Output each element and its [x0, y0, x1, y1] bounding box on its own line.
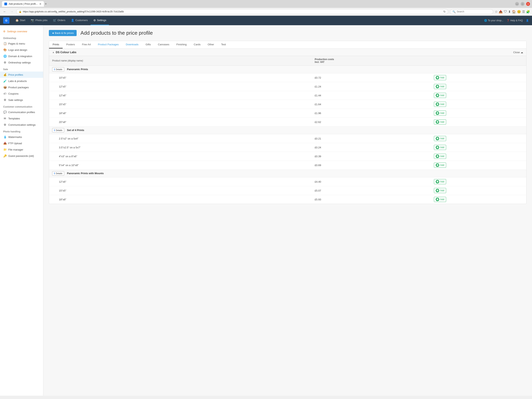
- add-product-button[interactable]: ✚ Add: [434, 102, 446, 107]
- info-icon: ℹ: [54, 129, 55, 132]
- tab-finishing[interactable]: Finishing: [173, 41, 190, 48]
- sidebar-item-watermarks[interactable]: 💧 Watermarks: [0, 134, 43, 140]
- browser-back-button[interactable]: ←: [2, 9, 7, 14]
- browser-menu-icon[interactable]: ☰: [522, 10, 525, 13]
- communication-profiles-icon: 💬: [3, 110, 7, 114]
- sidebar-item-domain-integration[interactable]: 🌐 Domain & integration: [0, 53, 43, 59]
- app-nav-right: 🌐 To your shop... ❓ Help & FAQ 👤: [484, 19, 529, 22]
- sidebar-item-templates[interactable]: ✉ Templates: [0, 115, 43, 122]
- back-fix-prices-button[interactable]: ◄ Back & fix prices: [49, 30, 77, 36]
- lab-header: ▲ DS Colour Labs Close ☁: [49, 49, 526, 56]
- tab-other[interactable]: Other: [204, 41, 218, 48]
- header-cost-sublabel: Incl. VAT: [315, 61, 428, 64]
- sidebar-item-coupons[interactable]: 🏷 Coupons: [0, 90, 43, 97]
- browser-lock-icon: 🔒: [19, 10, 22, 13]
- nav-to-your-shop[interactable]: 🌐 To your shop...: [484, 19, 503, 22]
- tab-canvases[interactable]: Canvases: [154, 41, 173, 48]
- add-product-button[interactable]: ✚ Add: [434, 93, 446, 98]
- browser-tab-close-icon[interactable]: ✕: [39, 2, 42, 6]
- add-product-button[interactable]: ✚ Add: [434, 162, 446, 168]
- sidebar-item-communication-settings[interactable]: ⚙ Communication settings: [0, 122, 43, 128]
- product-action-cell: ✚ Add: [431, 91, 526, 100]
- sidebar-item-price-profiles[interactable]: 💰 Price profiles: [0, 71, 43, 78]
- browser-home-icon[interactable]: 🏠: [512, 10, 516, 13]
- sidebar-item-labs-products[interactable]: 🧪 Labs & products: [0, 78, 43, 84]
- add-product-button[interactable]: ✚ Add: [434, 136, 446, 141]
- nav-help-label: Help & FAQ: [510, 19, 523, 22]
- add-label: Add: [440, 146, 444, 149]
- add-product-button[interactable]: ✚ Add: [434, 119, 446, 124]
- nav-shop-label: To your shop...: [488, 19, 503, 22]
- browser-bookmark-icon[interactable]: ☆: [495, 10, 498, 13]
- details-button[interactable]: ℹ Details: [52, 171, 64, 176]
- product-row: 12"x6" £4.40 ✚ Add: [49, 177, 526, 186]
- browser-tab[interactable]: Add products | Price profil... ✕: [2, 1, 44, 7]
- nav-help-faq[interactable]: ❓ Help & FAQ: [507, 19, 523, 22]
- browser-download-icon[interactable]: ⬇: [508, 10, 511, 13]
- browser-search-input[interactable]: [457, 10, 491, 13]
- add-product-button[interactable]: ✚ Add: [434, 179, 446, 184]
- browser-url-input[interactable]: [23, 10, 442, 13]
- product-name-cell: 10"x5": [49, 73, 312, 82]
- add-icon: ✚: [436, 189, 439, 192]
- nav-user-icon[interactable]: 👤: [526, 19, 529, 22]
- tab-fine-art[interactable]: Fine Art: [78, 41, 94, 48]
- add-product-button[interactable]: ✚ Add: [434, 154, 446, 159]
- product-action-cell: ✚ Add: [431, 82, 526, 91]
- nav-help-icon: ❓: [507, 19, 510, 22]
- sidebar-item-guest-passwords-label: Guest passwords (old): [8, 154, 34, 157]
- sidebar-item-onlineshop-settings[interactable]: ⚙ Onlineshop settings: [0, 59, 43, 66]
- sidebar-overview[interactable]: ⚙ Settings overview: [0, 28, 43, 34]
- nav-item-orders[interactable]: 🛒 Orders: [50, 16, 68, 25]
- add-product-button[interactable]: ✚ Add: [434, 188, 446, 193]
- add-icon: ✚: [436, 94, 439, 97]
- add-product-button[interactable]: ✚ Add: [434, 145, 446, 150]
- sidebar-item-logo-design[interactable]: 🎨 Logo and design: [0, 47, 43, 53]
- browser-maximize-button[interactable]: □: [521, 2, 525, 6]
- nav-item-settings[interactable]: ⚙ Settings: [91, 16, 109, 25]
- sidebar-item-ftp-upload[interactable]: 📤 FTP Upload: [0, 140, 43, 146]
- tab-product-packages[interactable]: Product Packages: [94, 41, 122, 48]
- nav-item-start[interactable]: 🏠 Start: [13, 16, 28, 25]
- browser-reload-button[interactable]: ↻: [443, 10, 446, 13]
- sidebar-item-pages-menu[interactable]: 📋 Pages & menu: [0, 40, 43, 47]
- tab-test[interactable]: Test: [218, 41, 229, 48]
- browser-shield-icon[interactable]: 🛡: [504, 10, 507, 13]
- product-action-cell: ✚ Add: [431, 109, 526, 118]
- tab-gifts[interactable]: Gifts: [142, 41, 154, 48]
- details-button[interactable]: ℹ Details: [52, 128, 64, 132]
- nav-item-customers[interactable]: 👤 Customers: [68, 16, 91, 25]
- add-product-button[interactable]: ✚ Add: [434, 75, 446, 80]
- header-name-label: Product name: [52, 59, 67, 62]
- collapse-icon[interactable]: ▲: [52, 51, 55, 54]
- sidebar-item-file-manager[interactable]: 📁 File manager: [0, 146, 43, 153]
- tab-prints[interactable]: Prints: [49, 41, 63, 48]
- tab-posters[interactable]: Posters: [63, 41, 78, 48]
- browser-new-tab-button[interactable]: +: [45, 2, 47, 6]
- nav-item-photo-jobs[interactable]: 📷 Photo jobs: [28, 16, 50, 25]
- add-product-button[interactable]: ✚ Add: [434, 84, 446, 89]
- browser-forward-button[interactable]: →: [9, 9, 15, 14]
- sidebar-item-product-packages[interactable]: 📦 Product packages: [0, 84, 43, 90]
- browser-extension-icon[interactable]: 🧩: [526, 10, 530, 13]
- tab-downloads[interactable]: Downloads: [122, 41, 142, 48]
- sidebar-item-sale-settings[interactable]: ⚙ Sale settings: [0, 97, 43, 103]
- sidebar-item-communication-profiles[interactable]: 💬 Communication profiles: [0, 109, 43, 115]
- browser-minimize-button[interactable]: —: [515, 2, 519, 6]
- browser-close-button[interactable]: ✕: [526, 2, 530, 6]
- nav-label-customers: Customers: [76, 19, 88, 22]
- sidebar-item-guest-passwords[interactable]: 🔑 Guest passwords (old): [0, 153, 43, 159]
- tab-cards[interactable]: Cards: [190, 41, 204, 48]
- product-cost-cell: £0.72: [312, 73, 431, 82]
- browser-pocket-icon[interactable]: 📥: [499, 10, 503, 13]
- add-product-button[interactable]: ✚ Add: [434, 197, 446, 202]
- details-button[interactable]: ℹ Details: [52, 67, 64, 71]
- add-label: Add: [440, 103, 444, 106]
- close-lab-button[interactable]: Close ☁: [513, 51, 523, 54]
- sidebar-overview-label: Settings overview: [7, 30, 27, 33]
- add-product-button[interactable]: ✚ Add: [434, 110, 446, 116]
- ftp-upload-icon: 📤: [3, 142, 7, 145]
- sidebar-item-onlineshop-settings-label: Onlineshop settings: [8, 61, 31, 64]
- product-group-row: ℹ Details Panoramic Prints: [49, 66, 526, 73]
- browser-account-icon[interactable]: 😊: [517, 10, 521, 13]
